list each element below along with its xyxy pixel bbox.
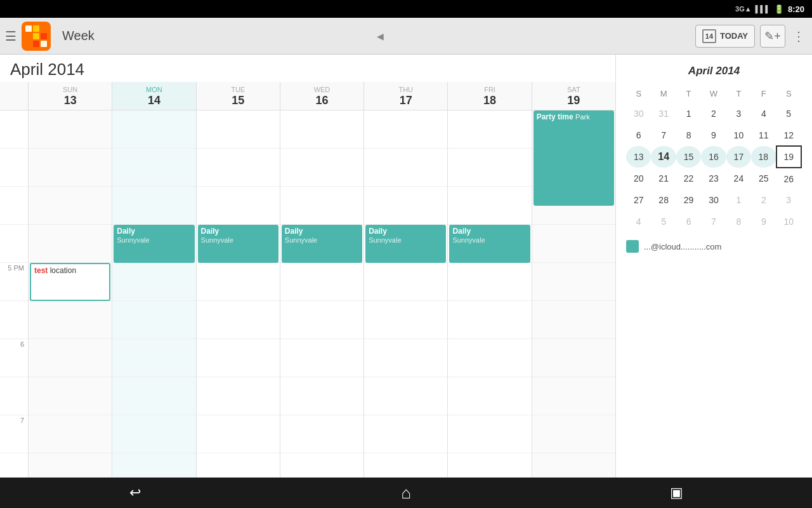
mini-cal-day[interactable]: 10 — [776, 211, 801, 232]
mini-cal-day[interactable]: 6 — [676, 211, 701, 232]
day-col-wed[interactable]: Daily Sunnyvale — [280, 110, 363, 478]
day-col-m: M — [651, 84, 676, 103]
day-header-tue[interactable]: TUE 15 — [196, 82, 280, 110]
day-col-w: W — [701, 84, 726, 103]
overflow-dots-icon: ⋮ — [792, 29, 804, 44]
mini-cal-day[interactable]: 28 — [651, 189, 676, 211]
day-col-t1: T — [676, 84, 701, 103]
mini-cal-day[interactable]: 30 — [626, 103, 651, 124]
status-bar: 3G▲ ▌▌▌ 🔋 8:20 — [0, 0, 812, 18]
mini-cal-day[interactable]: 16 — [701, 146, 726, 168]
event-daily-fri[interactable]: Daily Sunnyvale — [449, 225, 530, 263]
mini-cal-day[interactable]: 22 — [676, 168, 701, 189]
mini-cal-day[interactable]: 13 — [626, 146, 651, 168]
day-col-s2: S — [776, 84, 801, 103]
day-header-mon[interactable]: MON 14 — [112, 82, 195, 110]
mini-cal-day[interactable]: 5 — [776, 103, 801, 124]
mini-cal-day[interactable]: 1 — [726, 189, 751, 211]
mini-cal-day[interactable]: 4 — [751, 103, 776, 124]
mini-cal-day[interactable]: 9 — [701, 124, 726, 146]
mini-cal-day[interactable]: 8 — [726, 211, 751, 232]
event-daily-mon[interactable]: Daily Sunnyvale — [114, 225, 194, 263]
new-event-button[interactable]: ✎+ — [760, 25, 785, 48]
time-gutter: 5 PM 6 7 8 9 10 — [0, 110, 28, 478]
app-icon — [22, 22, 51, 51]
mini-calendar-body: 3031123456789101112131415161718192021222… — [626, 103, 801, 232]
mini-cal-day[interactable]: 2 — [701, 103, 726, 124]
today-label: TODAY — [720, 31, 748, 41]
recents-button[interactable]: ▣ — [652, 478, 702, 508]
day-header-sun[interactable]: SUN 13 — [28, 82, 112, 110]
month-title: April 2014 — [0, 55, 615, 82]
mini-cal-day[interactable]: 4 — [626, 211, 651, 232]
mini-cal-day[interactable]: 21 — [651, 168, 676, 189]
day-header-sat[interactable]: SAT 19 — [532, 82, 615, 110]
mini-cal-day[interactable]: 15 — [676, 146, 701, 168]
day-header-wed[interactable]: WED 16 — [280, 82, 363, 110]
week-label: Week — [62, 29, 373, 43]
mini-cal-day[interactable]: 19 — [776, 146, 801, 168]
mini-cal-day[interactable]: 14 — [651, 146, 676, 168]
back-icon: ↩ — [129, 485, 141, 501]
day-headers: SUN 13 MON 14 TUE 15 WED 16 THU 17 FRI 1… — [0, 82, 615, 110]
day-header-fri[interactable]: FRI 18 — [447, 82, 531, 110]
home-button[interactable]: ⌂ — [381, 478, 431, 508]
mini-cal-day[interactable]: 2 — [751, 189, 776, 211]
mini-cal-day[interactable]: 3 — [726, 103, 751, 124]
legend-text: ...@icloud...........com — [644, 242, 721, 251]
day-col-mon[interactable]: Daily Sunnyvale — [112, 110, 195, 478]
day-col-fri[interactable]: Daily Sunnyvale — [447, 110, 531, 478]
day-col-f: F — [751, 84, 776, 103]
mini-cal-day[interactable]: 27 — [626, 189, 651, 211]
wifi-bars-icon: ▌▌▌ — [756, 5, 770, 13]
event-party-time[interactable]: Party time Park — [534, 110, 614, 206]
compose-icon: ✎+ — [764, 29, 781, 43]
event-daily-thu[interactable]: Daily Sunnyvale — [365, 225, 446, 263]
mini-cal-day[interactable]: 7 — [651, 124, 676, 146]
mini-cal-day[interactable]: 29 — [676, 189, 701, 211]
day-col-sat[interactable]: Party time Park — [532, 110, 615, 478]
test-event[interactable]: test location — [30, 263, 110, 301]
battery-icon: 🔋 — [774, 4, 784, 14]
week-view: April 2014 SUN 13 MON 14 TUE 15 WED 16 T… — [0, 55, 615, 478]
overflow-menu-button[interactable]: ⋮ — [789, 25, 807, 48]
mini-cal-day[interactable]: 9 — [751, 211, 776, 232]
day-header-thu[interactable]: THU 17 — [363, 82, 447, 110]
mini-cal-day[interactable]: 20 — [626, 168, 651, 189]
legend-color-swatch — [626, 240, 639, 253]
back-button[interactable]: ↩ — [110, 478, 160, 508]
clock: 8:20 — [788, 4, 804, 14]
mini-cal-day[interactable]: 24 — [726, 168, 751, 189]
mini-cal-day[interactable]: 3 — [776, 189, 801, 211]
day-col-thu[interactable]: Daily Sunnyvale — [363, 110, 447, 478]
mini-cal-day[interactable]: 1 — [676, 103, 701, 124]
mini-cal-day[interactable]: 11 — [751, 124, 776, 146]
day-col-tue[interactable]: Daily Sunnyvale — [196, 110, 280, 478]
main-content: April 2014 SUN 13 MON 14 TUE 15 WED 16 T… — [0, 55, 812, 478]
mini-cal-day[interactable]: 25 — [751, 168, 776, 189]
mini-calendar-title: April 2014 — [626, 65, 802, 77]
event-daily-wed[interactable]: Daily Sunnyvale — [282, 225, 362, 263]
mini-cal-day[interactable]: 6 — [626, 124, 651, 146]
nav-bar: ↩ ⌂ ▣ — [0, 478, 812, 508]
week-arrow-icon[interactable]: ◀ — [377, 31, 384, 41]
mini-cal-day[interactable]: 8 — [676, 124, 701, 146]
mini-cal-day[interactable]: 23 — [701, 168, 726, 189]
mini-cal-day[interactable]: 18 — [751, 146, 776, 168]
mini-cal-day[interactable]: 10 — [726, 124, 751, 146]
time-grid[interactable]: 5 PM 6 7 8 9 10 — [0, 110, 615, 478]
today-button[interactable]: 14 TODAY — [695, 25, 755, 48]
day-col-sun[interactable]: test location — [28, 110, 112, 478]
mini-cal-day[interactable]: 30 — [701, 189, 726, 211]
mini-cal-day[interactable]: 12 — [776, 124, 801, 146]
day-col-t2: T — [726, 84, 751, 103]
mini-cal-day[interactable]: 26 — [776, 168, 801, 189]
event-daily-tue[interactable]: Daily Sunnyvale — [198, 225, 278, 263]
mini-calendar-grid: S M T W T F S 30311234567891011121314151… — [626, 84, 802, 232]
mini-cal-day[interactable]: 5 — [651, 211, 676, 232]
mini-cal-day[interactable]: 7 — [701, 211, 726, 232]
mini-cal-day[interactable]: 31 — [651, 103, 676, 124]
hamburger-button[interactable]: ☰ — [5, 29, 16, 44]
test-label: test — [34, 266, 50, 275]
mini-cal-day[interactable]: 17 — [726, 146, 751, 168]
